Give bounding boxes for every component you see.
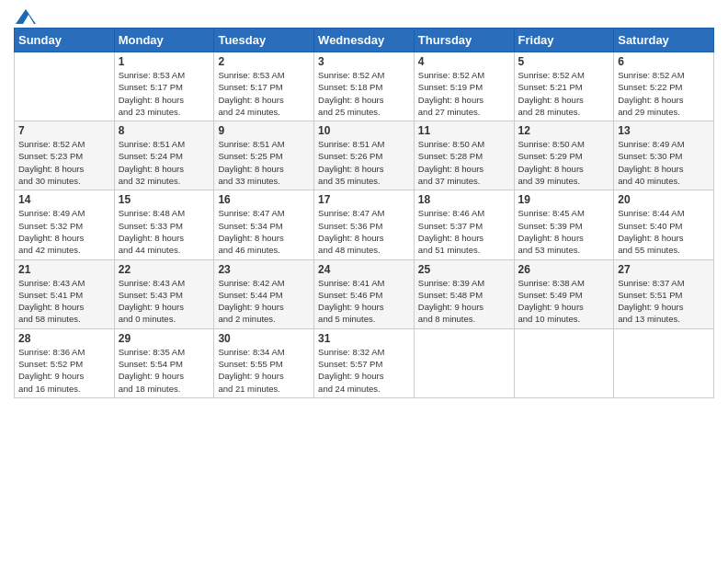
calendar-cell: 29Sunrise: 8:35 AM Sunset: 5:54 PM Dayli…: [114, 328, 214, 397]
calendar-cell: 7Sunrise: 8:52 AM Sunset: 5:23 PM Daylig…: [15, 121, 115, 190]
calendar-cell: 22Sunrise: 8:43 AM Sunset: 5:43 PM Dayli…: [114, 259, 214, 328]
calendar-cell: 21Sunrise: 8:43 AM Sunset: 5:41 PM Dayli…: [15, 259, 115, 328]
day-number: 26: [518, 263, 610, 276]
calendar-cell: [614, 328, 714, 397]
day-number: 5: [518, 55, 610, 68]
calendar-cell: 11Sunrise: 8:50 AM Sunset: 5:28 PM Dayli…: [414, 121, 514, 190]
calendar-header-tuesday: Tuesday: [214, 29, 314, 52]
calendar-cell: 12Sunrise: 8:50 AM Sunset: 5:29 PM Dayli…: [514, 121, 614, 190]
day-number: 9: [218, 124, 310, 137]
calendar-header-friday: Friday: [514, 29, 614, 52]
calendar-header-thursday: Thursday: [414, 29, 514, 52]
calendar-week-4: 28Sunrise: 8:36 AM Sunset: 5:52 PM Dayli…: [15, 328, 714, 397]
day-info: Sunrise: 8:49 AM Sunset: 5:30 PM Dayligh…: [618, 138, 710, 187]
calendar-cell: 20Sunrise: 8:44 AM Sunset: 5:40 PM Dayli…: [614, 190, 714, 259]
calendar-cell: 19Sunrise: 8:45 AM Sunset: 5:39 PM Dayli…: [514, 190, 614, 259]
logo-icon: [16, 9, 36, 24]
day-info: Sunrise: 8:43 AM Sunset: 5:41 PM Dayligh…: [18, 277, 110, 326]
calendar-header-wednesday: Wednesday: [314, 29, 415, 52]
day-info: Sunrise: 8:53 AM Sunset: 5:17 PM Dayligh…: [119, 69, 210, 118]
day-number: 13: [618, 124, 710, 137]
calendar-header-sunday: Sunday: [15, 29, 115, 52]
calendar-cell: 13Sunrise: 8:49 AM Sunset: 5:30 PM Dayli…: [614, 121, 714, 190]
page: SundayMondayTuesdayWednesdayThursdayFrid…: [0, 0, 728, 563]
day-info: Sunrise: 8:37 AM Sunset: 5:51 PM Dayligh…: [618, 277, 710, 326]
day-number: 10: [318, 124, 410, 137]
day-info: Sunrise: 8:44 AM Sunset: 5:40 PM Dayligh…: [618, 207, 710, 256]
day-info: Sunrise: 8:38 AM Sunset: 5:49 PM Dayligh…: [518, 277, 610, 326]
day-info: Sunrise: 8:48 AM Sunset: 5:33 PM Dayligh…: [119, 207, 210, 256]
day-info: Sunrise: 8:53 AM Sunset: 5:17 PM Dayligh…: [218, 69, 310, 118]
day-info: Sunrise: 8:51 AM Sunset: 5:26 PM Dayligh…: [318, 138, 410, 187]
day-info: Sunrise: 8:41 AM Sunset: 5:46 PM Dayligh…: [318, 277, 410, 326]
day-number: 18: [418, 193, 510, 206]
day-number: 16: [218, 193, 310, 206]
calendar-cell: 8Sunrise: 8:51 AM Sunset: 5:24 PM Daylig…: [114, 121, 214, 190]
calendar-cell: 3Sunrise: 8:52 AM Sunset: 5:18 PM Daylig…: [314, 52, 415, 121]
logo: [14, 9, 36, 20]
day-number: 6: [618, 55, 710, 68]
calendar-cell: 4Sunrise: 8:52 AM Sunset: 5:19 PM Daylig…: [414, 52, 514, 121]
calendar-week-1: 7Sunrise: 8:52 AM Sunset: 5:23 PM Daylig…: [15, 121, 714, 190]
day-info: Sunrise: 8:52 AM Sunset: 5:22 PM Dayligh…: [618, 69, 710, 118]
calendar-cell: 26Sunrise: 8:38 AM Sunset: 5:49 PM Dayli…: [514, 259, 614, 328]
calendar-header-monday: Monday: [114, 29, 214, 52]
day-number: 20: [618, 193, 710, 206]
calendar-cell: [414, 328, 514, 397]
day-number: 27: [618, 263, 710, 276]
day-info: Sunrise: 8:51 AM Sunset: 5:24 PM Dayligh…: [119, 138, 210, 187]
day-number: 30: [218, 332, 310, 345]
day-info: Sunrise: 8:47 AM Sunset: 5:36 PM Dayligh…: [318, 207, 410, 256]
day-info: Sunrise: 8:39 AM Sunset: 5:48 PM Dayligh…: [418, 277, 510, 326]
day-info: Sunrise: 8:52 AM Sunset: 5:21 PM Dayligh…: [518, 69, 610, 118]
calendar-cell: 30Sunrise: 8:34 AM Sunset: 5:55 PM Dayli…: [214, 328, 314, 397]
day-number: 7: [18, 124, 110, 137]
day-number: 22: [119, 263, 210, 276]
day-number: 4: [418, 55, 510, 68]
day-number: 19: [518, 193, 610, 206]
day-number: 1: [119, 55, 210, 68]
calendar-cell: 5Sunrise: 8:52 AM Sunset: 5:21 PM Daylig…: [514, 52, 614, 121]
calendar-week-0: 1Sunrise: 8:53 AM Sunset: 5:17 PM Daylig…: [15, 52, 714, 121]
day-info: Sunrise: 8:45 AM Sunset: 5:39 PM Dayligh…: [518, 207, 610, 256]
day-number: 31: [318, 332, 410, 345]
day-info: Sunrise: 8:52 AM Sunset: 5:18 PM Dayligh…: [318, 69, 410, 118]
day-info: Sunrise: 8:43 AM Sunset: 5:43 PM Dayligh…: [119, 277, 210, 326]
day-number: 21: [18, 263, 110, 276]
calendar-cell: 15Sunrise: 8:48 AM Sunset: 5:33 PM Dayli…: [114, 190, 214, 259]
calendar-week-2: 14Sunrise: 8:49 AM Sunset: 5:32 PM Dayli…: [15, 190, 714, 259]
day-number: 24: [318, 263, 410, 276]
day-number: 12: [518, 124, 610, 137]
day-number: 14: [18, 193, 110, 206]
calendar-cell: 25Sunrise: 8:39 AM Sunset: 5:48 PM Dayli…: [414, 259, 514, 328]
calendar-cell: 17Sunrise: 8:47 AM Sunset: 5:36 PM Dayli…: [314, 190, 415, 259]
day-info: Sunrise: 8:47 AM Sunset: 5:34 PM Dayligh…: [218, 207, 310, 256]
calendar-cell: 14Sunrise: 8:49 AM Sunset: 5:32 PM Dayli…: [15, 190, 115, 259]
day-info: Sunrise: 8:49 AM Sunset: 5:32 PM Dayligh…: [18, 207, 110, 256]
day-number: 17: [318, 193, 410, 206]
day-number: 29: [119, 332, 210, 345]
calendar-cell: 31Sunrise: 8:32 AM Sunset: 5:57 PM Dayli…: [314, 328, 415, 397]
calendar-cell: 16Sunrise: 8:47 AM Sunset: 5:34 PM Dayli…: [214, 190, 314, 259]
calendar-cell: 28Sunrise: 8:36 AM Sunset: 5:52 PM Dayli…: [15, 328, 115, 397]
calendar-cell: [15, 52, 115, 121]
day-number: 25: [418, 263, 510, 276]
day-number: 8: [119, 124, 210, 137]
calendar-week-3: 21Sunrise: 8:43 AM Sunset: 5:41 PM Dayli…: [15, 259, 714, 328]
calendar-cell: [514, 328, 614, 397]
calendar: SundayMondayTuesdayWednesdayThursdayFrid…: [14, 28, 714, 398]
day-number: 15: [119, 193, 210, 206]
day-number: 28: [18, 332, 110, 345]
day-info: Sunrise: 8:50 AM Sunset: 5:29 PM Dayligh…: [518, 138, 610, 187]
calendar-header-row: SundayMondayTuesdayWednesdayThursdayFrid…: [15, 29, 714, 52]
day-info: Sunrise: 8:34 AM Sunset: 5:55 PM Dayligh…: [218, 346, 310, 395]
calendar-cell: 2Sunrise: 8:53 AM Sunset: 5:17 PM Daylig…: [214, 52, 314, 121]
day-info: Sunrise: 8:51 AM Sunset: 5:25 PM Dayligh…: [218, 138, 310, 187]
calendar-cell: 18Sunrise: 8:46 AM Sunset: 5:37 PM Dayli…: [414, 190, 514, 259]
calendar-cell: 9Sunrise: 8:51 AM Sunset: 5:25 PM Daylig…: [214, 121, 314, 190]
day-number: 3: [318, 55, 410, 68]
day-info: Sunrise: 8:50 AM Sunset: 5:28 PM Dayligh…: [418, 138, 510, 187]
day-info: Sunrise: 8:42 AM Sunset: 5:44 PM Dayligh…: [218, 277, 310, 326]
day-number: 2: [218, 55, 310, 68]
calendar-cell: 27Sunrise: 8:37 AM Sunset: 5:51 PM Dayli…: [614, 259, 714, 328]
